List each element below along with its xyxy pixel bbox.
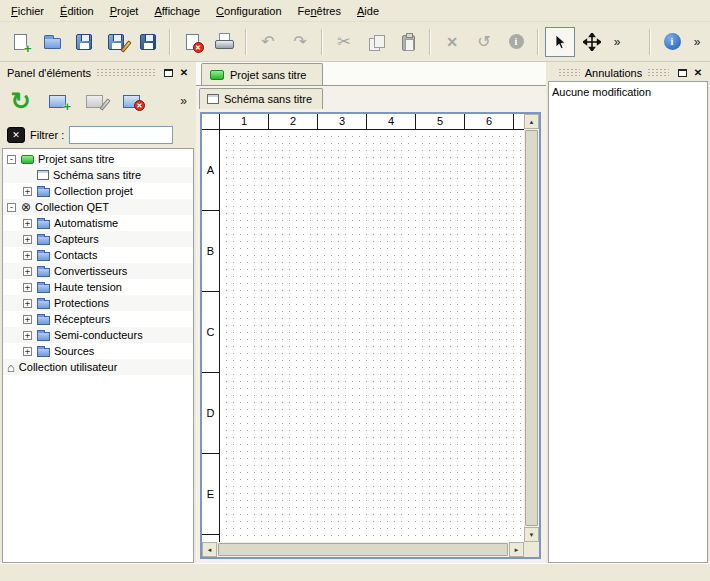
expander-icon[interactable]: +: [23, 331, 32, 340]
menu-fichier[interactable]: Fichier: [3, 0, 52, 21]
expander-icon[interactable]: +: [23, 267, 32, 276]
rotate-button[interactable]: ↺: [469, 27, 499, 57]
expander-icon[interactable]: +: [23, 187, 32, 196]
toolbar-overflow-button-2[interactable]: »: [689, 27, 705, 57]
vertical-scroll-track[interactable]: [524, 129, 539, 527]
open-project-button[interactable]: [37, 27, 67, 57]
float-icon: [678, 69, 687, 77]
dock-float-button[interactable]: [674, 65, 690, 80]
paste-button[interactable]: [393, 27, 423, 57]
expander-icon[interactable]: +: [23, 283, 32, 292]
home-icon: ⌂: [7, 361, 15, 374]
dock-grip[interactable]: [96, 68, 155, 77]
dock-close-button[interactable]: ✕: [176, 65, 192, 80]
chevron-overflow-icon: »: [614, 36, 621, 48]
tree-item-collection-qet[interactable]: - ⊗ Collection QET: [3, 199, 193, 215]
dock-grip[interactable]: [558, 68, 580, 77]
select-tool-button[interactable]: [545, 27, 575, 57]
tree-item-contacts[interactable]: + Contacts: [3, 247, 193, 263]
horizontal-scroll-track[interactable]: [217, 542, 509, 557]
tree-item-capteurs[interactable]: + Capteurs: [3, 231, 193, 247]
vertical-scroll-thumb[interactable]: [525, 130, 538, 526]
menu-bar: Fichier Édition Projet Affichage Configu…: [0, 0, 710, 22]
tree-item-projet-sans-titre[interactable]: - Projet sans titre: [3, 151, 193, 167]
delete-button[interactable]: ✕: [437, 27, 467, 57]
pencil-icon: [120, 40, 131, 53]
horizontal-scroll-thumb[interactable]: [218, 543, 508, 556]
arrow-up-icon: ▲: [529, 119, 535, 125]
scroll-right-button[interactable]: ►: [509, 542, 524, 557]
save-as-icon: [108, 34, 124, 50]
expander-icon[interactable]: -: [7, 155, 16, 164]
dock-grip[interactable]: [647, 68, 669, 77]
save-all-button[interactable]: [133, 27, 163, 57]
tree-item-schema-sans-titre[interactable]: Schéma sans titre: [3, 167, 193, 183]
toolbar-overflow-button[interactable]: »: [609, 27, 625, 57]
elements-panel-titlebar[interactable]: Panel d'éléments ✕: [2, 64, 194, 81]
print-button[interactable]: [209, 27, 239, 57]
expander-icon[interactable]: +: [23, 299, 32, 308]
cut-button[interactable]: ✂: [329, 27, 359, 57]
undo-panel-titlebar[interactable]: Annulations ✕: [548, 64, 708, 81]
menu-fenetres[interactable]: Fenêtres: [290, 0, 349, 21]
menu-edition[interactable]: Édition: [52, 0, 102, 21]
copy-button[interactable]: [361, 27, 391, 57]
schema-tab-bar: Schéma sans titre: [196, 86, 546, 109]
reload-collections-button[interactable]: ↻: [5, 86, 36, 117]
move-tool-button[interactable]: [577, 27, 607, 57]
schema-canvas[interactable]: [220, 130, 524, 542]
tree-item-convertisseurs[interactable]: + Convertisseurs: [3, 263, 193, 279]
scroll-down-button[interactable]: ▼: [524, 527, 539, 542]
panel-overflow-icon[interactable]: »: [180, 95, 187, 107]
save-as-button[interactable]: [101, 27, 131, 57]
element-info-button[interactable]: i: [501, 27, 531, 57]
tree-item-sources[interactable]: + Sources: [3, 343, 193, 359]
expander-icon[interactable]: +: [23, 251, 32, 260]
tree-item-label: Protections: [54, 297, 109, 309]
tab-projet-sans-titre[interactable]: Projet sans titre: [201, 63, 323, 85]
about-button[interactable]: i: [657, 27, 687, 57]
expander-icon[interactable]: +: [23, 235, 32, 244]
menu-projet[interactable]: Projet: [102, 0, 147, 21]
undo-history-list: Aucune modification: [548, 81, 708, 563]
copy-icon: [368, 34, 385, 50]
filter-input[interactable]: [69, 126, 173, 144]
qet-collection-icon: ⊗: [21, 201, 31, 213]
chevron-overflow-icon: »: [694, 36, 701, 48]
tree-item-collection-utilisateur[interactable]: ⌂ Collection utilisateur: [3, 359, 193, 375]
menu-configuration[interactable]: Configuration: [208, 0, 289, 21]
expander-icon[interactable]: +: [23, 219, 32, 228]
horizontal-scrollbar[interactable]: ◄ ►: [202, 542, 524, 557]
dock-close-button[interactable]: ✕: [690, 65, 706, 80]
folder-icon: [37, 300, 50, 309]
new-project-button[interactable]: +: [5, 27, 35, 57]
menu-aide[interactable]: Aide: [349, 0, 387, 21]
scroll-left-button[interactable]: ◄: [202, 542, 217, 557]
expander-icon[interactable]: +: [23, 315, 32, 324]
tree-item-semi-conducteurs[interactable]: + Semi-conducteurs: [3, 327, 193, 343]
tree-item-haute-tension[interactable]: + Haute tension: [3, 279, 193, 295]
dock-float-button[interactable]: [160, 65, 176, 80]
arrow-right-icon: ►: [514, 547, 520, 553]
clear-filter-button[interactable]: ✕: [7, 127, 25, 143]
new-element-button[interactable]: +: [42, 86, 73, 117]
edit-element-button[interactable]: [79, 86, 110, 117]
close-file-button[interactable]: ✕: [177, 27, 207, 57]
redo-button[interactable]: ↷: [285, 27, 315, 57]
tree-item-protections[interactable]: + Protections: [3, 295, 193, 311]
undo-list-item[interactable]: Aucune modification: [552, 84, 704, 100]
grid-corner: [202, 114, 220, 130]
scroll-up-button[interactable]: ▲: [524, 114, 539, 129]
undo-button[interactable]: ↶: [253, 27, 283, 57]
tree-item-collection-projet[interactable]: + Collection projet: [3, 183, 193, 199]
vertical-scrollbar[interactable]: ▲ ▼: [524, 114, 539, 542]
save-button[interactable]: [69, 27, 99, 57]
expander-icon[interactable]: -: [7, 203, 16, 212]
tree-item-automatisme[interactable]: + Automatisme: [3, 215, 193, 231]
tree-item-recepteurs[interactable]: + Récepteurs: [3, 311, 193, 327]
delete-element-button[interactable]: ✕: [116, 86, 147, 117]
expander-icon[interactable]: +: [23, 347, 32, 356]
menu-affichage[interactable]: Affichage: [146, 0, 208, 21]
element-box-icon: [86, 95, 103, 108]
tab-schema-sans-titre[interactable]: Schéma sans titre: [199, 88, 323, 109]
